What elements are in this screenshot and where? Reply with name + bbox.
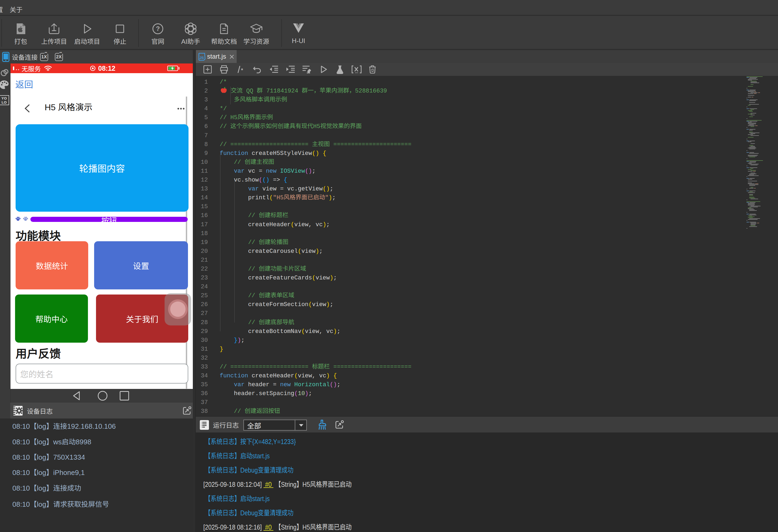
svg-text:JS: JS [200,56,204,60]
svg-text:*: * [240,68,244,74]
svg-text:?: ? [156,25,160,32]
